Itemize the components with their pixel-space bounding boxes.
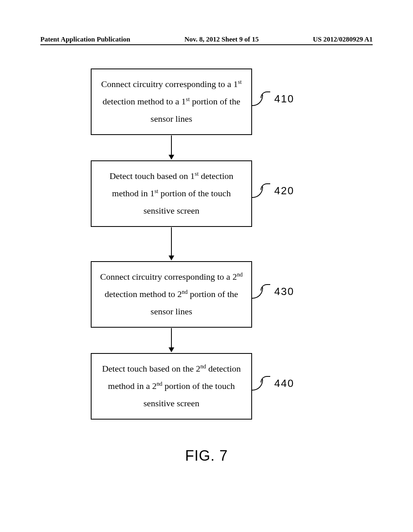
header-center: Nov. 8, 2012 Sheet 9 of 15 xyxy=(184,35,259,44)
flow-arrow-icon xyxy=(171,135,172,159)
flow-step-420: Detect touch based on 1st detection meth… xyxy=(91,160,252,227)
flow-step-410: Connect circuitry corresponding to a 1st… xyxy=(91,69,252,135)
ref-number: 440 xyxy=(274,377,294,390)
flow-step-430: Connect circuitry corresponding to a 2nd… xyxy=(91,261,252,328)
ref-leader-420: 420 xyxy=(253,185,294,197)
ref-number: 430 xyxy=(274,285,294,298)
ref-number: 410 xyxy=(274,93,294,105)
leader-curve-icon xyxy=(253,378,269,390)
ref-leader-430: 430 xyxy=(253,285,294,298)
header-right: US 2012/0280929 A1 xyxy=(313,35,373,44)
header-left: Patent Application Publication xyxy=(40,35,130,44)
ref-leader-440: 440 xyxy=(253,377,294,390)
ref-leader-410: 410 xyxy=(253,93,294,105)
leader-curve-icon xyxy=(253,185,269,197)
flow-arrow-icon xyxy=(171,328,172,351)
ref-number: 420 xyxy=(274,185,294,197)
page-header: Patent Application Publication Nov. 8, 2… xyxy=(0,35,413,44)
flow-step-440: Detect touch based on the 2nd detection … xyxy=(91,353,252,420)
flow-arrow-icon xyxy=(171,227,172,260)
header-rule xyxy=(40,44,373,45)
leader-curve-icon xyxy=(253,93,269,105)
figure-label: FIG. 7 xyxy=(0,447,413,464)
leader-curve-icon xyxy=(253,286,269,298)
